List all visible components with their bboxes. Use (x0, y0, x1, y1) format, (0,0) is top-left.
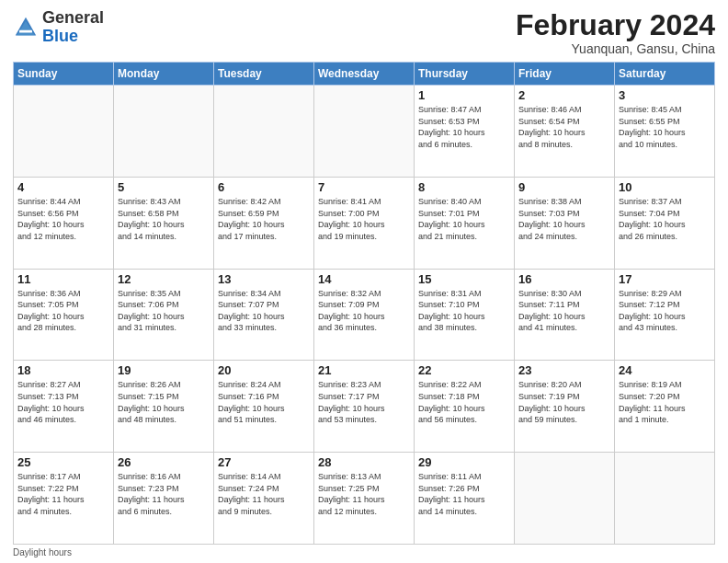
calendar-cell: 13Sunrise: 8:34 AM Sunset: 7:07 PM Dayli… (214, 269, 314, 361)
calendar-cell: 14Sunrise: 8:32 AM Sunset: 7:09 PM Dayli… (314, 269, 415, 361)
day-info: Sunrise: 8:14 AM Sunset: 7:24 PM Dayligh… (218, 471, 310, 517)
day-info: Sunrise: 8:38 AM Sunset: 7:03 PM Dayligh… (518, 196, 610, 242)
day-number: 10 (619, 180, 711, 194)
calendar-cell: 20Sunrise: 8:24 AM Sunset: 7:16 PM Dayli… (214, 361, 314, 453)
day-info: Sunrise: 8:27 AM Sunset: 7:13 PM Dayligh… (17, 379, 109, 425)
day-number: 25 (17, 455, 109, 469)
calendar-cell: 6Sunrise: 8:42 AM Sunset: 6:59 PM Daylig… (214, 177, 314, 269)
day-number: 23 (518, 363, 610, 377)
calendar-cell: 2Sunrise: 8:46 AM Sunset: 6:54 PM Daylig… (515, 86, 615, 178)
day-number: 9 (518, 180, 610, 194)
calendar-cell: 8Sunrise: 8:40 AM Sunset: 7:01 PM Daylig… (415, 177, 515, 269)
calendar-cell: 3Sunrise: 8:45 AM Sunset: 6:55 PM Daylig… (615, 86, 715, 178)
day-header-thursday: Thursday (415, 63, 515, 86)
day-number: 13 (218, 272, 310, 286)
calendar-cell: 16Sunrise: 8:30 AM Sunset: 7:11 PM Dayli… (515, 269, 615, 361)
logo-icon (13, 15, 39, 40)
calendar-cell (214, 86, 314, 178)
day-number: 4 (17, 180, 109, 194)
calendar-header-row: SundayMondayTuesdayWednesdayThursdayFrid… (14, 63, 715, 86)
calendar-week-1: 1Sunrise: 8:47 AM Sunset: 6:53 PM Daylig… (14, 86, 715, 178)
calendar-cell: 11Sunrise: 8:36 AM Sunset: 7:05 PM Dayli… (14, 269, 114, 361)
day-number: 1 (418, 88, 510, 102)
day-info: Sunrise: 8:30 AM Sunset: 7:11 PM Dayligh… (518, 288, 610, 334)
logo: General Blue (13, 9, 104, 46)
day-header-monday: Monday (114, 63, 214, 86)
day-number: 7 (318, 180, 410, 194)
day-info: Sunrise: 8:40 AM Sunset: 7:01 PM Dayligh… (418, 196, 510, 242)
day-number: 29 (418, 455, 510, 469)
day-header-sunday: Sunday (14, 63, 114, 86)
day-info: Sunrise: 8:32 AM Sunset: 7:09 PM Dayligh… (318, 288, 410, 334)
calendar-cell: 23Sunrise: 8:20 AM Sunset: 7:19 PM Dayli… (515, 361, 615, 453)
day-number: 27 (218, 455, 310, 469)
day-number: 20 (218, 363, 310, 377)
day-info: Sunrise: 8:22 AM Sunset: 7:18 PM Dayligh… (418, 379, 510, 425)
day-header-friday: Friday (515, 63, 615, 86)
day-info: Sunrise: 8:46 AM Sunset: 6:54 PM Dayligh… (518, 104, 610, 150)
day-info: Sunrise: 8:45 AM Sunset: 6:55 PM Dayligh… (619, 104, 711, 150)
day-info: Sunrise: 8:11 AM Sunset: 7:26 PM Dayligh… (418, 471, 510, 517)
calendar-cell: 27Sunrise: 8:14 AM Sunset: 7:24 PM Dayli… (214, 453, 314, 545)
calendar-cell: 26Sunrise: 8:16 AM Sunset: 7:23 PM Dayli… (114, 453, 214, 545)
title-area: February 2024 Yuanquan, Gansu, China (516, 9, 715, 56)
day-number: 28 (318, 455, 410, 469)
day-info: Sunrise: 8:47 AM Sunset: 6:53 PM Dayligh… (418, 104, 510, 150)
day-info: Sunrise: 8:16 AM Sunset: 7:23 PM Dayligh… (118, 471, 210, 517)
calendar-week-3: 11Sunrise: 8:36 AM Sunset: 7:05 PM Dayli… (14, 269, 715, 361)
day-number: 6 (218, 180, 310, 194)
day-info: Sunrise: 8:26 AM Sunset: 7:15 PM Dayligh… (118, 379, 210, 425)
calendar-cell: 10Sunrise: 8:37 AM Sunset: 7:04 PM Dayli… (615, 177, 715, 269)
logo-general: General (42, 8, 104, 27)
calendar-week-4: 18Sunrise: 8:27 AM Sunset: 7:13 PM Dayli… (14, 361, 715, 453)
day-header-wednesday: Wednesday (314, 63, 415, 86)
day-number: 11 (17, 272, 109, 286)
day-info: Sunrise: 8:36 AM Sunset: 7:05 PM Dayligh… (17, 288, 109, 334)
day-number: 22 (418, 363, 510, 377)
day-number: 2 (518, 88, 610, 102)
day-info: Sunrise: 8:42 AM Sunset: 6:59 PM Dayligh… (218, 196, 310, 242)
day-number: 18 (17, 363, 109, 377)
calendar-cell: 12Sunrise: 8:35 AM Sunset: 7:06 PM Dayli… (114, 269, 214, 361)
svg-rect-2 (19, 30, 32, 33)
day-number: 8 (418, 180, 510, 194)
day-number: 16 (518, 272, 610, 286)
calendar-cell: 4Sunrise: 8:44 AM Sunset: 6:56 PM Daylig… (14, 177, 114, 269)
day-header-saturday: Saturday (615, 63, 715, 86)
calendar-cell (114, 86, 214, 178)
logo-text: General Blue (42, 9, 104, 46)
calendar-cell: 7Sunrise: 8:41 AM Sunset: 7:00 PM Daylig… (314, 177, 415, 269)
day-info: Sunrise: 8:34 AM Sunset: 7:07 PM Dayligh… (218, 288, 310, 334)
calendar-cell: 21Sunrise: 8:23 AM Sunset: 7:17 PM Dayli… (314, 361, 415, 453)
calendar-cell: 18Sunrise: 8:27 AM Sunset: 7:13 PM Dayli… (14, 361, 114, 453)
calendar-week-5: 25Sunrise: 8:17 AM Sunset: 7:22 PM Dayli… (14, 453, 715, 545)
calendar-cell: 28Sunrise: 8:13 AM Sunset: 7:25 PM Dayli… (314, 453, 415, 545)
day-info: Sunrise: 8:35 AM Sunset: 7:06 PM Dayligh… (118, 288, 210, 334)
day-info: Sunrise: 8:37 AM Sunset: 7:04 PM Dayligh… (619, 196, 711, 242)
day-number: 3 (619, 88, 711, 102)
calendar-cell: 17Sunrise: 8:29 AM Sunset: 7:12 PM Dayli… (615, 269, 715, 361)
footer-note: Daylight hours (13, 547, 715, 557)
month-title: February 2024 (516, 9, 715, 41)
calendar-cell (14, 86, 114, 178)
day-number: 15 (418, 272, 510, 286)
day-info: Sunrise: 8:17 AM Sunset: 7:22 PM Dayligh… (17, 471, 109, 517)
calendar-cell: 9Sunrise: 8:38 AM Sunset: 7:03 PM Daylig… (515, 177, 615, 269)
day-info: Sunrise: 8:24 AM Sunset: 7:16 PM Dayligh… (218, 379, 310, 425)
day-info: Sunrise: 8:41 AM Sunset: 7:00 PM Dayligh… (318, 196, 410, 242)
day-info: Sunrise: 8:19 AM Sunset: 7:20 PM Dayligh… (619, 379, 711, 425)
calendar-cell: 1Sunrise: 8:47 AM Sunset: 6:53 PM Daylig… (415, 86, 515, 178)
day-number: 24 (619, 363, 711, 377)
day-header-tuesday: Tuesday (214, 63, 314, 86)
day-info: Sunrise: 8:44 AM Sunset: 6:56 PM Dayligh… (17, 196, 109, 242)
day-info: Sunrise: 8:43 AM Sunset: 6:58 PM Dayligh… (118, 196, 210, 242)
day-info: Sunrise: 8:29 AM Sunset: 7:12 PM Dayligh… (619, 288, 711, 334)
day-number: 19 (118, 363, 210, 377)
day-number: 21 (318, 363, 410, 377)
day-info: Sunrise: 8:13 AM Sunset: 7:25 PM Dayligh… (318, 471, 410, 517)
calendar-cell: 29Sunrise: 8:11 AM Sunset: 7:26 PM Dayli… (415, 453, 515, 545)
svg-marker-1 (17, 21, 35, 35)
calendar-cell: 24Sunrise: 8:19 AM Sunset: 7:20 PM Dayli… (615, 361, 715, 453)
day-info: Sunrise: 8:20 AM Sunset: 7:19 PM Dayligh… (518, 379, 610, 425)
day-number: 17 (619, 272, 711, 286)
